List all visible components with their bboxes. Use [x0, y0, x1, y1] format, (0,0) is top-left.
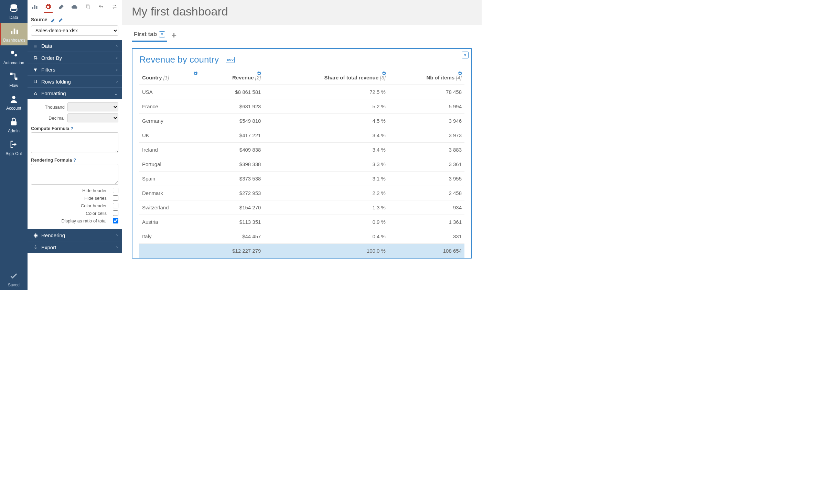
- column-header[interactable]: Revenue [2]: [200, 71, 264, 85]
- cell-items: 3 361: [388, 157, 464, 172]
- cell-items: 108 654: [388, 244, 464, 258]
- export-icon: ⇩: [32, 244, 39, 250]
- compute-formula-input[interactable]: [31, 132, 118, 153]
- section-rendering[interactable]: ◉Rendering›: [28, 229, 122, 241]
- eye-icon: ◉: [32, 232, 39, 238]
- column-header[interactable]: Nb of items [4]: [388, 71, 464, 85]
- cell-revenue: $8 861 581: [200, 85, 264, 99]
- column-header[interactable]: Share of total revenue [3]: [264, 71, 388, 85]
- widget-menu[interactable]: ▼: [462, 52, 469, 58]
- table-row[interactable]: France$631 9235.2 %5 994: [139, 99, 464, 114]
- table-row[interactable]: Germany$549 8104.5 %3 946: [139, 114, 464, 128]
- dashboard-tabs: First tab ▼ +: [122, 25, 482, 42]
- table-row[interactable]: Austria$113 3510.9 %1 361: [139, 215, 464, 229]
- table-row[interactable]: UK$417 2213.4 %3 973: [139, 128, 464, 143]
- col-label: Revenue: [232, 75, 254, 80]
- cell-share: 3.4 %: [264, 128, 388, 143]
- edit-icon[interactable]: [51, 17, 56, 23]
- panel-tab-copy[interactable]: [83, 2, 93, 12]
- column-header[interactable]: Country [1]: [139, 71, 200, 85]
- magnet-icon: ⊔: [32, 78, 39, 85]
- gears-icon: [9, 49, 19, 58]
- svg-point-8: [12, 96, 15, 99]
- help-icon[interactable]: ?: [71, 126, 73, 131]
- add-tab-button[interactable]: +: [171, 30, 176, 42]
- cell-share: 1.3 %: [264, 200, 388, 215]
- panel-tab-chart[interactable]: [30, 2, 40, 12]
- cell-revenue: $272 953: [200, 186, 264, 200]
- svg-point-5: [14, 54, 17, 56]
- svg-rect-9: [11, 121, 17, 125]
- data-table: Country [1]Revenue [2]Share of total rev…: [139, 71, 464, 258]
- cell-share: 2.2 %: [264, 186, 388, 200]
- decimal-label: Decimal: [31, 116, 65, 121]
- cell-items: 78 458: [388, 85, 464, 99]
- nav-item-dashboards[interactable]: Dashboards: [0, 23, 28, 45]
- svg-rect-10: [32, 7, 33, 9]
- table-row[interactable]: USA$8 861 58172.5 %78 458: [139, 85, 464, 99]
- panel-tab-settings[interactable]: [44, 3, 53, 13]
- cell-share: 5.2 %: [264, 99, 388, 114]
- cell-country: Switzerland: [139, 200, 200, 215]
- table-row[interactable]: Spain$373 5383.1 %3 955: [139, 172, 464, 186]
- cell-country: Austria: [139, 215, 200, 229]
- decimal-select[interactable]: [67, 113, 118, 122]
- hide-series-checkbox[interactable]: [113, 195, 118, 201]
- nav-item-automation[interactable]: Automation: [0, 45, 28, 68]
- color-cells-checkbox[interactable]: [113, 210, 118, 216]
- table-row[interactable]: Switzerland$154 2701.3 %934: [139, 200, 464, 215]
- nav-item-admin[interactable]: Admin: [0, 113, 28, 136]
- csv-icon[interactable]: csv: [226, 57, 235, 63]
- panel-tab-cloud[interactable]: [70, 2, 79, 12]
- hide-header-checkbox[interactable]: [113, 188, 118, 193]
- cell-share: 0.9 %: [264, 215, 388, 229]
- section-orderby[interactable]: ⇅Order By›: [28, 52, 122, 64]
- gear-icon[interactable]: [458, 71, 462, 77]
- section-export[interactable]: ⇩Export›: [28, 241, 122, 253]
- cell-country: [139, 244, 200, 258]
- col-label: Country: [142, 75, 162, 80]
- panel-tab-swap[interactable]: [110, 2, 119, 12]
- cell-share: 72.5 %: [264, 85, 388, 99]
- section-filters[interactable]: ▼Filters›: [28, 64, 122, 75]
- col-index: [1]: [163, 75, 169, 80]
- table-row[interactable]: Denmark$272 9532.2 %2 458: [139, 186, 464, 200]
- nav-item-flow[interactable]: Flow: [0, 68, 28, 91]
- section-data[interactable]: ≡Data›: [28, 40, 122, 52]
- hide-header-label: Hide header: [82, 188, 107, 193]
- gear-icon[interactable]: [193, 71, 198, 77]
- nav-item-data[interactable]: Data: [0, 0, 28, 23]
- cell-country: USA: [139, 85, 200, 99]
- nav-label: Account: [6, 106, 21, 111]
- col-label: Nb of items: [426, 75, 454, 80]
- section-label: Data: [41, 43, 52, 49]
- table-row[interactable]: Italy$44 4570.4 %331: [139, 229, 464, 244]
- dashboard-tab[interactable]: First tab ▼: [132, 30, 167, 42]
- source-select[interactable]: Sales-demo-en.xlsx: [31, 25, 118, 36]
- display-ratio-label: Display as ratio of total: [61, 218, 107, 223]
- panel-tab-style[interactable]: [57, 2, 66, 12]
- gear-icon[interactable]: [257, 71, 261, 77]
- help-icon[interactable]: ?: [73, 157, 76, 163]
- nav-item-signout[interactable]: Sign-Out: [0, 136, 28, 159]
- widget[interactable]: ▼ Revenue by country csv Country [1]Reve…: [132, 48, 472, 259]
- table-row[interactable]: Portugal$398 3383.3 %3 361: [139, 157, 464, 172]
- nav-item-account[interactable]: Account: [0, 91, 28, 113]
- gear-icon: [45, 3, 52, 10]
- tab-dropdown[interactable]: ▼: [159, 31, 165, 37]
- gear-icon[interactable]: [382, 71, 386, 77]
- section-formatting[interactable]: AFormatting⌄: [28, 87, 122, 99]
- table-row[interactable]: Ireland$409 8383.4 %3 883: [139, 143, 464, 157]
- chevron-right-icon: ›: [116, 233, 118, 238]
- rendering-formula-input[interactable]: [31, 164, 118, 185]
- cell-revenue: $631 923: [200, 99, 264, 114]
- thousand-select[interactable]: [67, 102, 118, 111]
- section-rows-folding[interactable]: ⊔Rows folding›: [28, 75, 122, 87]
- panel-tab-undo[interactable]: [97, 2, 106, 12]
- display-ratio-checkbox[interactable]: [113, 218, 118, 223]
- pencil-icon[interactable]: [58, 17, 64, 23]
- database-icon: ≡: [32, 43, 39, 49]
- database-icon: [9, 3, 19, 13]
- cell-items: 331: [388, 229, 464, 244]
- color-header-checkbox[interactable]: [113, 203, 118, 208]
